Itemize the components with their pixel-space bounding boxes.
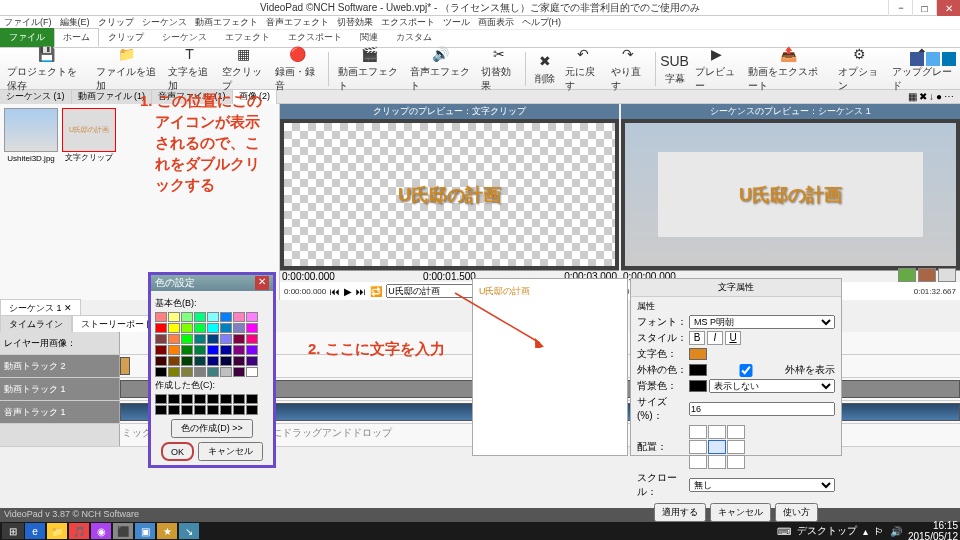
color-swatch[interactable] [168, 345, 180, 355]
align-bl[interactable] [689, 455, 707, 469]
layout-button[interactable] [918, 268, 936, 282]
color-swatch[interactable] [194, 323, 206, 333]
minimize-button[interactable]: － [888, 0, 912, 16]
loop-icon[interactable]: 🔁 [370, 286, 382, 297]
color-swatch[interactable] [207, 323, 219, 333]
ribbon-button[interactable]: T文字を追加 [165, 43, 215, 94]
scroll-select[interactable]: 無し [689, 478, 835, 492]
ok-button[interactable]: OK [161, 442, 194, 461]
start-button[interactable]: ⊞ [2, 523, 24, 539]
color-swatch[interactable] [207, 334, 219, 344]
ribbon-button[interactable]: ⬆アップグレード [889, 43, 957, 94]
color-swatch[interactable] [220, 356, 232, 366]
ribbon-button[interactable]: ↶元に戻す [562, 43, 603, 94]
color-swatch[interactable] [168, 356, 180, 366]
facebook-icon[interactable] [910, 52, 924, 66]
bg-select[interactable]: 表示しない [709, 379, 835, 393]
color-swatch[interactable] [168, 367, 180, 377]
border-color-swatch[interactable] [689, 364, 707, 376]
vtrack2-header[interactable]: 動画トラック 2 [0, 355, 120, 377]
ribbon-button[interactable]: ↷やり直す [608, 43, 649, 94]
custom-swatch[interactable] [233, 394, 245, 404]
custom-swatch[interactable] [155, 405, 167, 415]
ribbon-button[interactable]: 📤動画をエクスポート [745, 43, 830, 94]
custom-swatch[interactable] [155, 394, 167, 404]
custom-swatch[interactable] [220, 394, 232, 404]
color-swatch[interactable] [207, 345, 219, 355]
custom-swatch[interactable] [194, 405, 206, 415]
thumbnail-text-clip[interactable]: U氏邸の計画 文字クリップ [62, 108, 116, 152]
italic-button[interactable]: I [707, 331, 723, 345]
text-color-swatch[interactable] [689, 348, 707, 360]
align-mc[interactable] [708, 440, 726, 454]
color-swatch[interactable] [181, 367, 193, 377]
menu-item[interactable]: ヘルプ(H) [522, 16, 562, 29]
ribbon-button[interactable]: 📁ファイルを追加 [93, 43, 161, 94]
bin-tool-icon[interactable]: ✖ [919, 91, 927, 102]
color-swatch[interactable] [246, 312, 258, 322]
color-swatch[interactable] [246, 345, 258, 355]
custom-swatch[interactable] [246, 394, 258, 404]
task-icon[interactable]: ▣ [135, 523, 155, 539]
task-icon[interactable]: 🎵 [69, 523, 89, 539]
tray-icon[interactable]: 🔊 [890, 526, 902, 537]
ime-icon[interactable]: ⌨ [777, 526, 791, 537]
maximize-button[interactable]: □ [912, 0, 936, 16]
custom-swatch[interactable] [168, 405, 180, 415]
play-end-icon[interactable]: ⏭ [356, 286, 366, 297]
cancel-button[interactable]: キャンセル [710, 503, 771, 522]
color-swatch[interactable] [233, 334, 245, 344]
color-swatch[interactable] [207, 312, 219, 322]
ribbon-button[interactable]: 🎬動画エフェクト [335, 43, 403, 94]
color-swatch[interactable] [233, 323, 245, 333]
color-swatch[interactable] [181, 345, 193, 355]
color-swatch[interactable] [181, 356, 193, 366]
apply-button[interactable]: 適用する [654, 503, 706, 522]
color-swatch[interactable] [233, 312, 245, 322]
custom-swatch[interactable] [181, 405, 193, 415]
color-swatch[interactable] [233, 356, 245, 366]
clip[interactable] [120, 357, 130, 375]
color-swatch[interactable] [155, 323, 167, 333]
color-swatch[interactable] [220, 345, 232, 355]
color-swatch[interactable] [181, 334, 193, 344]
color-swatch[interactable] [194, 345, 206, 355]
align-tc[interactable] [708, 425, 726, 439]
cancel-button[interactable]: キャンセル [198, 442, 263, 461]
color-swatch[interactable] [194, 367, 206, 377]
ribbon-button[interactable]: 🔊音声エフェクト [407, 43, 475, 94]
color-swatch[interactable] [194, 334, 206, 344]
play-start-icon[interactable]: ⏮ [330, 286, 340, 297]
vtrack1-header[interactable]: 動画トラック 1 [0, 378, 120, 400]
color-swatch[interactable] [220, 367, 232, 377]
ribbon-button[interactable]: 💾プロジェクトを保存 [4, 43, 89, 94]
border-checkbox[interactable] [709, 364, 783, 377]
ribbon-button[interactable]: 🔴録画・録音 [272, 43, 322, 94]
color-swatch[interactable] [194, 312, 206, 322]
ribbon-button[interactable]: ▶プレビュー [692, 43, 742, 94]
underline-button[interactable]: U [725, 331, 741, 345]
twitter-icon[interactable] [926, 52, 940, 66]
custom-swatch[interactable] [246, 405, 258, 415]
color-swatch[interactable] [155, 334, 167, 344]
task-icon[interactable]: ↘ [179, 523, 199, 539]
tray-icon[interactable]: ▴ [863, 526, 868, 537]
align-mr[interactable] [727, 440, 745, 454]
align-tr[interactable] [727, 425, 745, 439]
layout-button[interactable] [898, 268, 916, 282]
custom-swatch[interactable] [233, 405, 245, 415]
color-swatch[interactable] [220, 312, 232, 322]
align-bc[interactable] [708, 455, 726, 469]
close-icon[interactable]: ✕ [255, 276, 269, 290]
task-icon[interactable]: ◉ [91, 523, 111, 539]
color-swatch[interactable] [181, 312, 193, 322]
color-swatch[interactable] [246, 334, 258, 344]
color-swatch[interactable] [168, 334, 180, 344]
align-ml[interactable] [689, 440, 707, 454]
color-swatch[interactable] [246, 367, 258, 377]
color-swatch[interactable] [155, 367, 167, 377]
ribbon-button[interactable]: SUB字幕 [662, 50, 688, 87]
color-swatch[interactable] [155, 345, 167, 355]
custom-swatch[interactable] [194, 394, 206, 404]
make-color-button[interactable]: 色の作成(D) >> [171, 419, 253, 438]
